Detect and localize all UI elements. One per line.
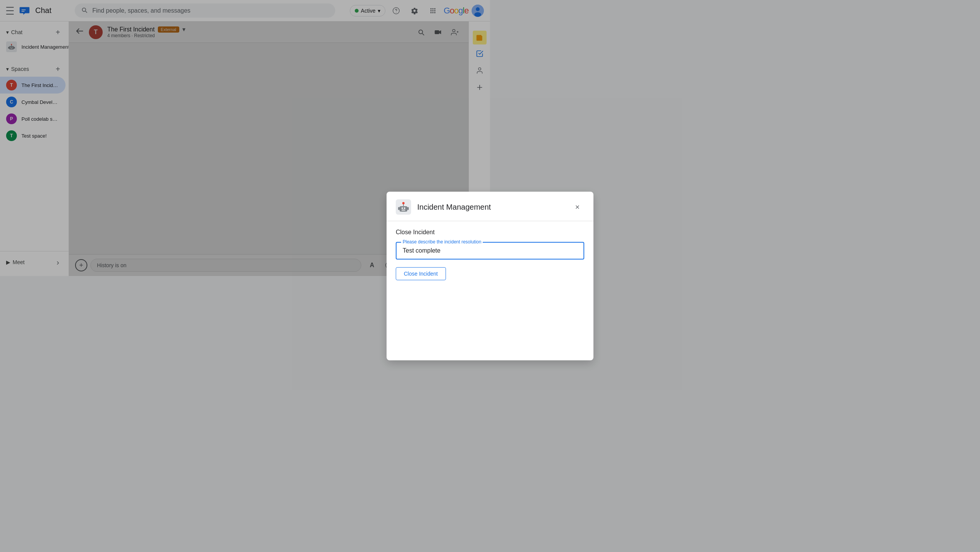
- svg-rect-28: [402, 210, 405, 210]
- modal-section-title: Close Incident: [396, 229, 490, 236]
- svg-rect-31: [398, 207, 400, 210]
- incident-resolution-field[interactable]: Please describe the incident resolution …: [396, 242, 490, 260]
- modal-robot-icon: [396, 199, 411, 215]
- svg-point-30: [402, 202, 405, 204]
- svg-rect-32: [407, 207, 409, 210]
- modal-overlay[interactable]: Incident Management × Close Incident Ple…: [0, 0, 490, 276]
- svg-rect-26: [402, 207, 403, 209]
- field-value: Test complete: [403, 247, 490, 254]
- field-label: Please describe the incident resolution: [401, 239, 483, 245]
- modal-header: Incident Management ×: [387, 192, 490, 221]
- svg-rect-25: [400, 206, 407, 212]
- incident-management-modal: Incident Management × Close Incident Ple…: [387, 192, 490, 276]
- modal-title: Incident Management: [417, 203, 490, 212]
- svg-rect-27: [404, 207, 405, 209]
- close-incident-button[interactable]: Close Incident: [396, 267, 446, 276]
- modal-body: Close Incident Please describe the incid…: [387, 221, 490, 276]
